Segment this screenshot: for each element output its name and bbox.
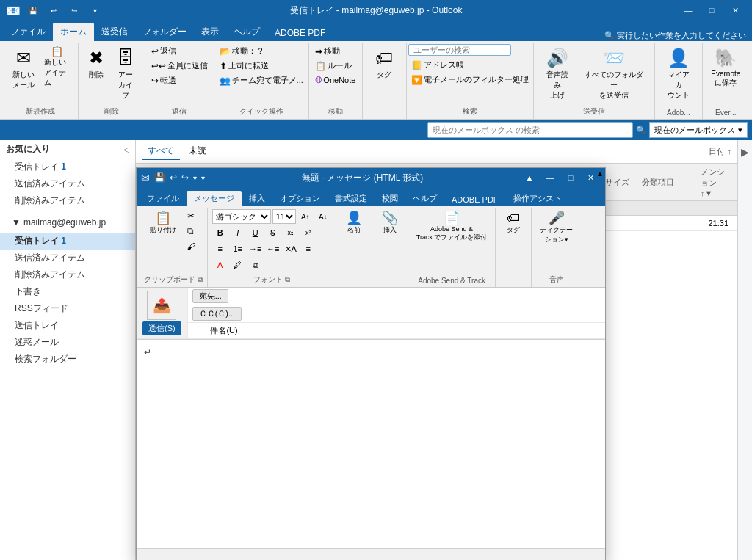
sidebar-item-deleted[interactable]: 削除済みアイテム [0, 266, 135, 283]
qat-redo[interactable]: ↪ [66, 3, 82, 18]
italic-btn[interactable]: I [230, 225, 246, 240]
subscript-btn[interactable]: x₂ [283, 225, 299, 240]
format-painter-button[interactable]: 🖌 [181, 240, 200, 255]
compose-qat-save[interactable]: 💾 [154, 172, 165, 183]
indent-btn[interactable]: →≡ [247, 241, 264, 256]
new-items-button[interactable]: 📋 新しいアイテム [41, 44, 73, 90]
highlight-btn[interactable]: 🖊 [230, 258, 246, 272]
to-input[interactable] [228, 291, 601, 302]
move-mail-button[interactable]: ➡ 移動 [312, 44, 358, 58]
tab-view[interactable]: 表示 [194, 23, 226, 41]
voice-read-button[interactable]: 🔊 音声読み上げ [538, 44, 576, 104]
numbered-btn[interactable]: 1≡ [230, 241, 246, 256]
strikethrough-btn[interactable]: S̶ [265, 225, 281, 240]
filter-button[interactable]: 🔽 電子メールのフィルター処理 [408, 73, 532, 87]
mailbox-search-input[interactable] [427, 122, 633, 138]
compose-tab-adobe[interactable]: ADOBE PDF [444, 193, 506, 206]
to-button[interactable]: 宛先... [192, 289, 228, 303]
minimize-button[interactable]: — [677, 3, 699, 18]
font-size-select[interactable]: 11 [272, 209, 296, 224]
reply-all-button[interactable]: ↩↩ 全員に返信 [148, 59, 211, 73]
outdent-btn[interactable]: ←≡ [265, 241, 281, 256]
search-hint[interactable]: 🔍 実行したい作業を入力してください [599, 30, 752, 41]
col-mention[interactable]: メンション | ↑▼ [698, 165, 734, 199]
superscript-btn[interactable]: x² [300, 225, 317, 240]
cut-button[interactable]: ✂ [181, 209, 200, 224]
rules-button[interactable]: 📋 ルール [312, 59, 358, 73]
sidebar-item-sent[interactable]: 送信済みアイテム [0, 250, 135, 266]
sidebar-item-inbox[interactable]: 受信トレイ 1 [0, 233, 135, 250]
search-scope-selector[interactable]: 現在のメールボックス ▾ [649, 122, 748, 138]
qat-customize[interactable]: ▾ [87, 3, 103, 18]
more-format-btn[interactable]: ⧉ [247, 258, 264, 272]
align-btn[interactable]: ≡ [300, 241, 317, 256]
all-folders-button[interactable]: 📨 すべてのフォルダーを送受信 [577, 44, 650, 104]
bold-btn[interactable]: B [212, 225, 228, 240]
reply-button[interactable]: ↩ 返信 [148, 44, 211, 58]
my-account-button[interactable]: 👤 マイアカウント [659, 44, 697, 104]
archive-button[interactable]: 🗄 アーカイブ [111, 44, 140, 104]
cc-input[interactable] [242, 308, 601, 320]
font-shrink-btn[interactable]: A↓ [315, 209, 331, 224]
team-mail-button[interactable]: 👥 チーム宛て電子メ... [217, 73, 306, 87]
font-family-select[interactable]: 游ゴシック [212, 209, 271, 224]
compose-restore-btn[interactable]: □ [561, 170, 580, 185]
close-button[interactable]: ✕ [724, 3, 746, 18]
subject-input[interactable] [244, 324, 601, 336]
sidebar-item-inbox-fav[interactable]: 受信トレイ 1 [0, 159, 135, 175]
compose-collapse-btn[interactable]: ▲ [520, 170, 539, 185]
filter-tab-unread[interactable]: 未読 [183, 143, 212, 160]
font-grow-btn[interactable]: A↑ [297, 209, 314, 224]
send-button[interactable]: 送信(S) [142, 321, 181, 335]
tab-home[interactable]: ホーム [53, 23, 94, 41]
tab-file[interactable]: ファイル [3, 23, 53, 41]
compose-minimize-btn[interactable]: — [540, 170, 560, 185]
evernote-save-button[interactable]: 🐘 Evernoteに保存 [706, 44, 745, 92]
compose-undo[interactable]: ↩ [170, 172, 177, 183]
tag-button[interactable]: 🏷 タグ [368, 44, 400, 84]
tab-help[interactable]: ヘルプ [226, 23, 267, 41]
compose-tab-message[interactable]: メッセージ [187, 191, 242, 206]
sidebar-item-deleted-fav[interactable]: 削除済みアイテム [0, 192, 135, 209]
address-book-button[interactable]: 📒 アドレス帳 [408, 58, 532, 72]
user-search-input[interactable] [408, 44, 511, 56]
sidebar-item-drafts[interactable]: 下書き [0, 283, 135, 300]
compose-tab-assist[interactable]: 操作アシスト [506, 191, 569, 206]
col-size[interactable]: サイズ [602, 175, 639, 189]
forward-button[interactable]: ↪ 転送 [148, 73, 211, 87]
compose-qat-arrow[interactable]: ▾ [193, 174, 197, 182]
sidebar-collapse-btn[interactable]: ◁ [123, 145, 129, 153]
copy-button[interactable]: ⧉ [181, 225, 200, 239]
compose-tab-insert[interactable]: 挿入 [242, 191, 272, 206]
sidebar-item-rss[interactable]: RSSフィード [0, 300, 135, 317]
bullet-btn[interactable]: ≡ [212, 241, 228, 256]
transfer-button[interactable]: ⬆ 上司に転送 [217, 59, 306, 73]
qat-undo[interactable]: ↩ [46, 3, 62, 18]
reading-pane-arrow[interactable]: ▶ [741, 146, 749, 158]
sidebar-item-junk[interactable]: 迷惑メール [0, 334, 135, 351]
new-mail-button[interactable]: ✉ 新しいメール [7, 44, 40, 94]
tab-adobepdf[interactable]: ADOBE PDF [267, 25, 333, 41]
filter-tab-all[interactable]: すべて [142, 143, 180, 160]
names-button[interactable]: 👤 名前 [341, 209, 367, 237]
paste-button[interactable]: 📋 貼り付け [146, 209, 180, 237]
col-category[interactable]: 分類項目 [639, 175, 698, 189]
compose-tab-format[interactable]: 書式設定 [328, 191, 375, 206]
compose-body[interactable]: ↵ [137, 340, 605, 548]
font-color-btn[interactable]: A [212, 258, 228, 272]
sidebar-item-search-folders[interactable]: 検索フォルダー [0, 351, 135, 368]
cc-button[interactable]: ＣＣ(Ｃ)... [192, 307, 242, 321]
sidebar-item-sent-fav[interactable]: 送信済みアイテム [0, 175, 135, 192]
onenote-button[interactable]: 𝕆 OneNote [312, 73, 358, 87]
tab-sendreceive[interactable]: 送受信 [94, 23, 135, 41]
compose-tab-options[interactable]: オプション [272, 191, 328, 206]
underline-btn[interactable]: U [247, 225, 264, 240]
compose-tab-file[interactable]: ファイル [140, 191, 187, 206]
move-button[interactable]: 📂 移動：？ [217, 44, 306, 58]
compose-tab-review[interactable]: 校閲 [375, 191, 405, 206]
restore-button[interactable]: □ [701, 3, 723, 18]
account-item[interactable]: ▼ mailmag@eguweb.jp [6, 215, 129, 230]
compose-tab-help[interactable]: ヘルプ [405, 191, 444, 206]
dictation-button[interactable]: 🎤 ディクテーション▾ [536, 209, 576, 247]
delete-button[interactable]: ✖ 削除 [83, 44, 109, 84]
